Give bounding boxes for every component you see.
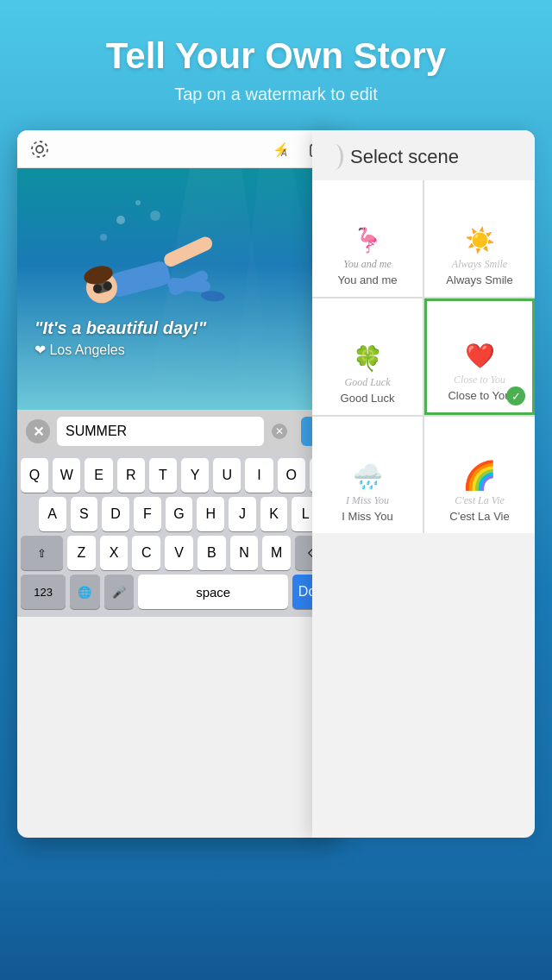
svg-point-12 <box>150 210 160 221</box>
key-f[interactable]: F <box>134 497 161 531</box>
keyboard-row-4: 123 🌐 🎤 space Done <box>21 575 337 609</box>
scene-cest-la-vie[interactable]: 🌈 C'est La Vie C'est La Vie <box>424 417 535 533</box>
scene-panel: Select scene 🦩 You and me You and me ☀️ … <box>312 130 535 838</box>
key-d[interactable]: D <box>102 497 129 531</box>
arc-decoration <box>326 144 343 170</box>
heart-icon: ❤️ <box>465 344 495 368</box>
clear-right-button[interactable]: ✕ <box>272 424 287 439</box>
scene-header: Select scene <box>312 130 535 180</box>
key-j[interactable]: J <box>229 497 256 531</box>
key-x[interactable]: X <box>100 536 129 570</box>
clear-left-button[interactable]: ✕ <box>26 419 50 443</box>
key-i[interactable]: I <box>245 458 273 493</box>
svg-point-10 <box>135 200 141 205</box>
svg-point-0 <box>36 146 43 153</box>
key-w[interactable]: W <box>53 458 80 493</box>
sun-icon: ☀️ <box>465 229 495 253</box>
scene-you-me-script: You and me <box>343 258 392 270</box>
key-r[interactable]: R <box>117 458 145 493</box>
key-u[interactable]: U <box>213 458 241 493</box>
scene-goodluck-script: Good Luck <box>345 376 391 388</box>
main-subtitle: Tap on a watermark to edit <box>17 85 535 104</box>
photo-location: ❤ Los Angeles <box>34 342 206 358</box>
selected-check-badge: ✓ <box>506 386 525 405</box>
key-b[interactable]: B <box>198 536 226 570</box>
keyboard-row-1: Q W E R T Y U I O P <box>21 458 337 493</box>
scene-close-to-you[interactable]: ❤️ Close to You Close to You ✓ <box>424 298 535 415</box>
svg-point-9 <box>116 216 125 224</box>
key-g[interactable]: G <box>166 497 193 531</box>
key-y[interactable]: Y <box>181 458 209 493</box>
scene-goodluck-label: Good Luck <box>341 392 395 405</box>
svg-point-1 <box>32 141 47 157</box>
rainbow-icon: 🌈 <box>462 462 497 489</box>
flamingo-icon: 🦩 <box>353 229 383 253</box>
key-e[interactable]: E <box>85 458 112 493</box>
key-q[interactable]: Q <box>21 458 48 493</box>
scene-miss-label: I Miss You <box>342 510 392 523</box>
scene-always-script: Always Smile <box>452 258 507 270</box>
clover-icon: 🍀 <box>353 347 383 371</box>
space-key[interactable]: space <box>138 575 288 609</box>
header-section: Tell Your Own Story Tap on a watermark t… <box>0 0 552 122</box>
keyboard-row-3: ⇧ Z X C V B N M ⌫ <box>21 536 337 570</box>
scene-cest-label: C'est La Vie <box>449 510 509 523</box>
app-area: ⚡ A <box>17 130 535 838</box>
photo-overlay: "It's a beautiful day!" ❤ Los Angeles <box>34 318 206 358</box>
scene-miss-script: I Miss You <box>346 494 389 506</box>
keyboard-row-2: A S D F G H J K L <box>21 497 337 531</box>
scene-i-miss-you[interactable]: 🌧️ I Miss You I Miss You <box>312 417 423 533</box>
shift-key[interactable]: ⇧ <box>21 536 63 570</box>
globe-key[interactable]: 🌐 <box>70 575 100 609</box>
reflection <box>0 868 552 980</box>
svg-point-11 <box>100 234 107 241</box>
key-h[interactable]: H <box>197 497 224 531</box>
photo-area: "It's a beautiful day!" ❤ Los Angeles <box>17 168 341 410</box>
scene-close-label: Close to You <box>448 389 511 402</box>
key-c[interactable]: C <box>132 536 160 570</box>
rain-icon: 🌧️ <box>353 465 383 489</box>
scene-you-and-me[interactable]: 🦩 You and me You and me <box>312 180 423 297</box>
key-k[interactable]: K <box>260 497 288 531</box>
keyboard: Q W E R T Y U I O P A S D F G H J <box>17 453 341 617</box>
key-n[interactable]: N <box>230 536 259 570</box>
photo-quote: "It's a beautiful day!" <box>34 318 206 338</box>
phone-frame: ⚡ A <box>17 130 341 838</box>
scene-close-script: Close to You <box>454 374 505 386</box>
scene-you-me-label: You and me <box>338 273 398 286</box>
settings-icon[interactable] <box>28 137 52 161</box>
key-t[interactable]: T <box>149 458 177 493</box>
numbers-key[interactable]: 123 <box>21 575 66 609</box>
scene-title: Select scene <box>350 146 459 168</box>
scene-cest-script: C'est La Vie <box>455 494 505 506</box>
mic-key[interactable]: 🎤 <box>104 575 135 609</box>
key-a[interactable]: A <box>39 497 66 531</box>
flash-text-icon[interactable]: ⚡ A <box>268 137 292 161</box>
key-m[interactable]: M <box>262 536 291 570</box>
scene-good-luck[interactable]: 🍀 Good Luck Good Luck <box>312 298 423 415</box>
svg-text:A: A <box>280 148 287 158</box>
main-title: Tell Your Own Story <box>17 35 535 78</box>
search-input-wrapper: ✕ <box>57 417 294 446</box>
key-o[interactable]: O <box>278 458 305 493</box>
key-s[interactable]: S <box>71 497 98 531</box>
scene-grid: 🦩 You and me You and me ☀️ Always Smile … <box>312 180 535 533</box>
scene-always-label: Always Smile <box>446 273 512 286</box>
key-z[interactable]: Z <box>67 536 96 570</box>
scene-always-smile[interactable]: ☀️ Always Smile Always Smile <box>424 180 535 297</box>
key-v[interactable]: V <box>165 536 193 570</box>
toolbar: ⚡ A <box>17 130 341 168</box>
search-row: ✕ ✕ ✓ <box>17 410 341 453</box>
search-input[interactable] <box>57 417 264 446</box>
